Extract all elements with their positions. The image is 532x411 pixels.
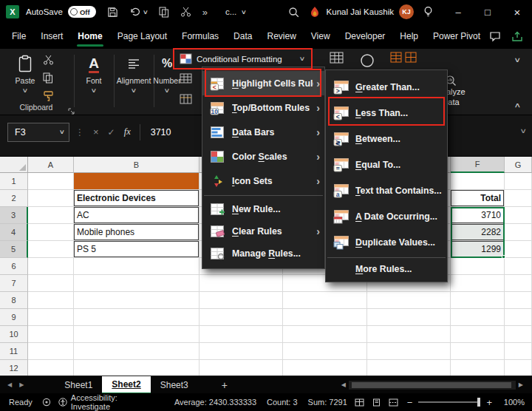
cell-G5[interactable] xyxy=(505,241,532,258)
sheet-tab-sheet2[interactable]: Sheet2 xyxy=(102,376,150,394)
menu-item-highlight-cells-rules[interactable]: <Highlight Cells Rules› xyxy=(202,71,324,95)
cell-F12[interactable] xyxy=(451,360,505,376)
menu-item-clear-rules[interactable]: Clear Rules› xyxy=(202,220,324,242)
row-header-11[interactable]: 11 xyxy=(0,343,28,360)
search-icon[interactable] xyxy=(288,7,299,18)
cells-insert-icon[interactable] xyxy=(390,52,402,63)
cell-E8[interactable] xyxy=(367,292,451,309)
name-box[interactable]: F3 ∨ xyxy=(7,123,69,142)
menu-tab-file[interactable]: File xyxy=(4,24,33,49)
menu-tab-insert[interactable]: Insert xyxy=(33,24,70,49)
cell-B2[interactable]: Electronic Devices xyxy=(74,190,200,207)
cell-A12[interactable] xyxy=(28,360,74,376)
cell-F1[interactable] xyxy=(451,173,505,190)
cell-F7[interactable] xyxy=(451,275,505,292)
row-header-2[interactable]: 2 xyxy=(0,190,28,207)
cell-A5[interactable] xyxy=(28,241,74,258)
cell-A9[interactable] xyxy=(28,309,74,326)
zoom-level[interactable]: 100% xyxy=(499,398,525,407)
cell-B3[interactable]: AC xyxy=(74,207,200,224)
formula-input[interactable]: 3710 xyxy=(151,127,171,137)
menu-item-top-bottom-rules[interactable]: 10Top/Bottom Rules› xyxy=(202,95,324,120)
ribbon-collapse-chevron-icon[interactable]: ∨ xyxy=(514,102,521,109)
column-header-b[interactable]: B xyxy=(74,157,200,173)
row-header-3[interactable]: 3 xyxy=(0,207,28,224)
cell-B6[interactable] xyxy=(74,258,200,275)
alignment-group-button[interactable]: Alignment ∨ xyxy=(115,53,152,112)
cell-G6[interactable] xyxy=(505,258,532,275)
cell-A8[interactable] xyxy=(28,292,74,309)
quick-access-item[interactable]: c... ∨ xyxy=(225,7,246,16)
column-header-a[interactable]: A xyxy=(28,157,74,173)
accessibility-status[interactable]: Accessibility: Investigate xyxy=(71,393,152,411)
cell-E9[interactable] xyxy=(367,309,451,326)
user-name[interactable]: Kunal Jai Kaushik xyxy=(327,7,394,16)
share-icon[interactable] xyxy=(511,31,523,42)
cell-G12[interactable] xyxy=(505,360,532,376)
cell-A3[interactable] xyxy=(28,207,74,224)
row-header-1[interactable]: 1 xyxy=(0,173,28,190)
format-painter-icon[interactable] xyxy=(43,90,54,101)
avatar[interactable]: KJ xyxy=(399,4,414,19)
comments-icon[interactable] xyxy=(489,31,501,42)
sheet-tab-sheet1[interactable]: Sheet1 xyxy=(55,376,102,394)
cells-format-icon[interactable] xyxy=(405,52,417,63)
fill-handle[interactable] xyxy=(502,255,505,259)
menu-item-icon-sets[interactable]: Icon Sets› xyxy=(202,169,324,193)
row-header-9[interactable]: 9 xyxy=(0,309,28,326)
menu-tab-developer[interactable]: Developer xyxy=(338,24,393,49)
cell-B10[interactable] xyxy=(74,326,200,343)
cell-A6[interactable] xyxy=(28,258,74,275)
menu-item-more-rules[interactable]: More Rules... xyxy=(326,260,447,278)
cell-F6[interactable] xyxy=(451,258,505,275)
cell-C9[interactable] xyxy=(200,309,283,326)
sheet-nav-right-icon[interactable]: ▶ xyxy=(19,381,24,388)
zoom-slider-thumb[interactable] xyxy=(477,398,480,407)
row-header-6[interactable]: 6 xyxy=(0,258,28,275)
menu-tab-page-layout[interactable]: Page Layout xyxy=(110,24,174,49)
minimize-button[interactable]: – xyxy=(443,0,473,24)
scroll-left-icon[interactable]: ◀ xyxy=(341,381,346,388)
cell-C7[interactable] xyxy=(200,275,283,292)
cell-F9[interactable] xyxy=(451,309,505,326)
cell-E10[interactable] xyxy=(367,326,451,343)
cell-B11[interactable] xyxy=(74,343,200,360)
menu-item-duplicate-values[interactable]: Duplicate Values... xyxy=(326,229,447,255)
enter-icon[interactable]: ✓ xyxy=(108,127,115,137)
zoom-in-button[interactable]: + xyxy=(486,397,492,408)
paste-dropdown-chevron-icon[interactable]: ∨ xyxy=(22,87,29,94)
formula-bar-expand-chevron-icon[interactable]: ∨ xyxy=(520,127,528,135)
row-header-5[interactable]: 5 xyxy=(0,241,28,258)
cell-A10[interactable] xyxy=(28,326,74,343)
number-chevron-icon[interactable]: ∨ xyxy=(164,87,171,94)
copy-ribbon-icon[interactable] xyxy=(43,72,53,84)
menu-item-text-that-contains[interactable]: aText that Contains... xyxy=(326,177,447,203)
conditional-formatting-button[interactable]: Conditional Formatting ∨ xyxy=(175,50,309,67)
cell-F3[interactable]: 3710 xyxy=(451,207,505,224)
cell-F10[interactable] xyxy=(451,326,505,343)
copy-icon[interactable] xyxy=(159,7,169,18)
normal-view-icon[interactable] xyxy=(355,398,364,407)
sheet-nav-left-icon[interactable]: ◀ xyxy=(7,381,12,388)
font-group-button[interactable]: A Font ∨ xyxy=(75,53,112,112)
zoom-out-button[interactable]: − xyxy=(407,397,413,408)
menu-tab-help[interactable]: Help xyxy=(392,24,426,49)
cell-G10[interactable] xyxy=(505,326,532,343)
menu-item-between[interactable]: ≷Between... xyxy=(326,126,447,152)
cell-A11[interactable] xyxy=(28,343,74,360)
scrollbar-thumb[interactable] xyxy=(352,382,511,388)
cell-G9[interactable] xyxy=(505,309,532,326)
menu-item-less-than[interactable]: <Less Than... xyxy=(326,100,447,126)
cell-B7[interactable] xyxy=(74,275,200,292)
cut-ribbon-icon[interactable] xyxy=(43,55,54,65)
macro-record-icon[interactable] xyxy=(42,398,51,407)
undo-icon[interactable] xyxy=(129,7,141,17)
page-break-view-icon[interactable] xyxy=(389,398,398,407)
cell-G1[interactable] xyxy=(505,173,532,190)
row-header-7[interactable]: 7 xyxy=(0,275,28,292)
cell-B5[interactable]: PS 5 xyxy=(74,241,200,258)
menu-tab-data[interactable]: Data xyxy=(226,24,259,49)
horizontal-scrollbar[interactable]: ◀ ▶ xyxy=(338,381,526,390)
add-sheet-button[interactable]: + xyxy=(222,379,228,391)
cell-C10[interactable] xyxy=(200,326,283,343)
